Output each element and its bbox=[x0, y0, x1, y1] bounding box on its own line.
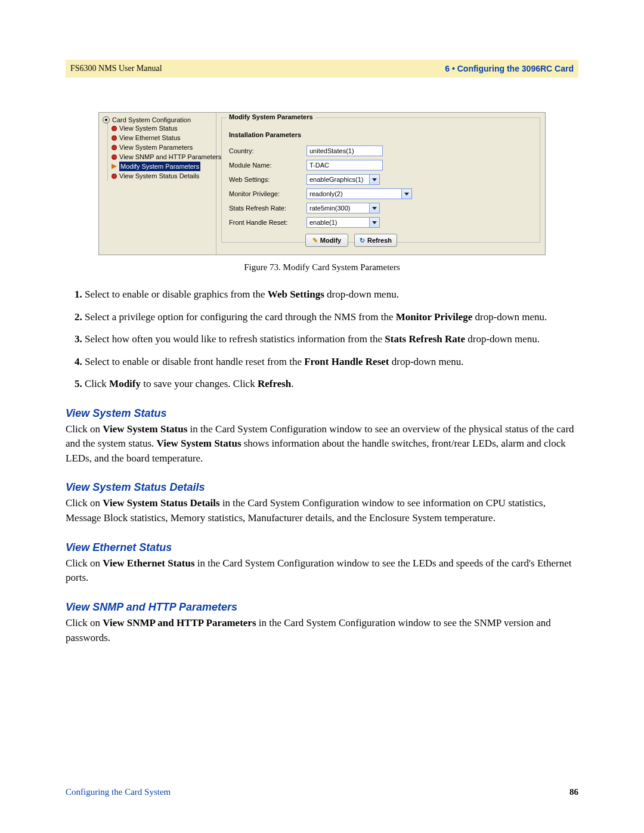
label-country: Country: bbox=[229, 147, 306, 154]
tree-item-view-snmp-http[interactable]: View SNMP and HTTP Parameters bbox=[112, 152, 216, 162]
heading-view-snmp-http: View SNMP and HTTP Parameters bbox=[66, 601, 578, 614]
modify-parameters-fieldset: Modify System Parameters Installation Pa… bbox=[221, 117, 540, 243]
chevron-down-icon[interactable] bbox=[401, 189, 411, 199]
tree-root[interactable]: Card System Configuration bbox=[103, 116, 216, 123]
refresh-button[interactable]: ↻ Refresh bbox=[354, 234, 397, 247]
label-front-handle: Front Handle Reset: bbox=[229, 219, 306, 226]
tree-children: View System Status View Ethernet Status … bbox=[107, 123, 216, 181]
para-view-system-status: Click on View System Status in the Card … bbox=[66, 422, 578, 466]
footer-section-title: Configuring the Card System bbox=[66, 787, 171, 797]
para-view-ethernet-status: Click on View Ethernet Status in the Car… bbox=[66, 556, 578, 586]
row-module: Module Name: bbox=[229, 159, 532, 172]
chevron-down-icon[interactable] bbox=[369, 175, 379, 184]
heading-view-system-status-details: View System Status Details bbox=[66, 481, 578, 494]
refresh-button-label: Refresh bbox=[367, 237, 392, 244]
combo-stats-refresh-value[interactable] bbox=[307, 203, 369, 213]
combo-web-settings-value[interactable] bbox=[307, 175, 369, 184]
combo-web-settings[interactable] bbox=[306, 174, 380, 185]
tree-item-view-system-status-details[interactable]: View System Status Details bbox=[112, 171, 216, 181]
pencil-icon: ✎ bbox=[312, 237, 318, 244]
tree-item-label: View System Status Details bbox=[119, 171, 199, 181]
label-stats-refresh: Stats Refresh Rate: bbox=[229, 205, 306, 212]
step-5: Click Modify to save your changes. Click… bbox=[85, 376, 578, 392]
instruction-list: Select to enable or disable graphics fro… bbox=[66, 287, 578, 392]
chevron-down-icon[interactable] bbox=[369, 218, 379, 227]
row-country: Country: bbox=[229, 144, 532, 157]
bullet-icon bbox=[112, 154, 117, 160]
combo-stats-refresh[interactable] bbox=[306, 203, 380, 213]
modify-button[interactable]: ✎ Modify bbox=[305, 234, 348, 247]
tree-item-label: View System Parameters bbox=[119, 143, 193, 152]
combo-front-handle[interactable] bbox=[306, 217, 380, 228]
heading-view-ethernet-status: View Ethernet Status bbox=[66, 541, 578, 554]
page-footer: Configuring the Card System 86 bbox=[66, 787, 578, 797]
bullet-icon bbox=[112, 135, 117, 141]
tree-root-label: Card System Configuration bbox=[112, 116, 191, 123]
figure-caption: Figure 73. Modify Card System Parameters bbox=[98, 262, 546, 272]
fieldset-legend: Modify System Parameters bbox=[227, 113, 315, 120]
step-1: Select to enable or disable graphics fro… bbox=[85, 287, 578, 302]
figure-73: Card System Configuration View System St… bbox=[98, 112, 546, 272]
tree-item-modify-system-parameters[interactable]: Modify System Parameters bbox=[112, 162, 216, 171]
refresh-icon: ↻ bbox=[360, 237, 365, 244]
bullet-icon bbox=[112, 145, 117, 150]
combo-front-handle-value[interactable] bbox=[307, 218, 369, 227]
bullet-icon bbox=[112, 174, 117, 179]
radio-icon bbox=[103, 116, 110, 123]
modify-button-label: Modify bbox=[320, 237, 341, 244]
installation-parameters-title: Installation Parameters bbox=[229, 131, 532, 138]
tree-item-view-system-parameters[interactable]: View System Parameters bbox=[112, 143, 216, 152]
row-web-settings: Web Settings: bbox=[229, 173, 532, 186]
tree-item-view-ethernet-status[interactable]: View Ethernet Status bbox=[112, 133, 216, 143]
combo-monitor-privilege-value[interactable] bbox=[307, 189, 401, 199]
app-window: Card System Configuration View System St… bbox=[98, 112, 546, 255]
chevron-down-icon[interactable] bbox=[369, 203, 379, 213]
tree-item-view-system-status[interactable]: View System Status bbox=[112, 123, 216, 133]
heading-view-system-status: View System Status bbox=[66, 407, 578, 420]
step-2: Select a privilege option for configurin… bbox=[85, 309, 578, 325]
header-manual-title: FS6300 NMS User Manual bbox=[70, 64, 162, 73]
step-4: Select to enable or disable front handle… bbox=[85, 354, 578, 370]
tree-item-label: View SNMP and HTTP Parameters bbox=[119, 152, 221, 162]
label-module: Module Name: bbox=[229, 162, 306, 169]
para-view-system-status-details: Click on View System Status Details in t… bbox=[66, 496, 578, 525]
bullet-icon bbox=[112, 126, 117, 131]
row-stats-refresh: Stats Refresh Rate: bbox=[229, 202, 532, 215]
arrow-icon bbox=[112, 164, 117, 169]
page-header: FS6300 NMS User Manual 6 • Configuring t… bbox=[66, 60, 578, 78]
input-module-name[interactable] bbox=[306, 160, 383, 171]
button-row: ✎ Modify ↻ Refresh bbox=[305, 234, 532, 247]
combo-monitor-privilege[interactable] bbox=[306, 188, 412, 199]
footer-page-number: 86 bbox=[569, 787, 578, 797]
row-monitor-privilege: Monitor Privilege: bbox=[229, 187, 532, 200]
form-panel: Modify System Parameters Installation Pa… bbox=[216, 113, 545, 255]
tree-panel: Card System Configuration View System St… bbox=[99, 113, 216, 255]
tree-item-label: View Ethernet Status bbox=[119, 133, 181, 143]
label-monitor-privilege: Monitor Privilege: bbox=[229, 190, 306, 197]
label-web-settings: Web Settings: bbox=[229, 176, 306, 183]
tree-item-label: View System Status bbox=[119, 123, 178, 133]
input-country[interactable] bbox=[306, 145, 383, 156]
para-view-snmp-http: Click on View SNMP and HTTP Parameters i… bbox=[66, 616, 578, 645]
tree-item-label: Modify System Parameters bbox=[119, 162, 200, 171]
header-chapter-title: 6 • Configuring the 3096RC Card bbox=[445, 64, 574, 73]
step-3: Select how often you would like to refre… bbox=[85, 332, 578, 347]
row-front-handle-reset: Front Handle Reset: bbox=[229, 216, 532, 229]
